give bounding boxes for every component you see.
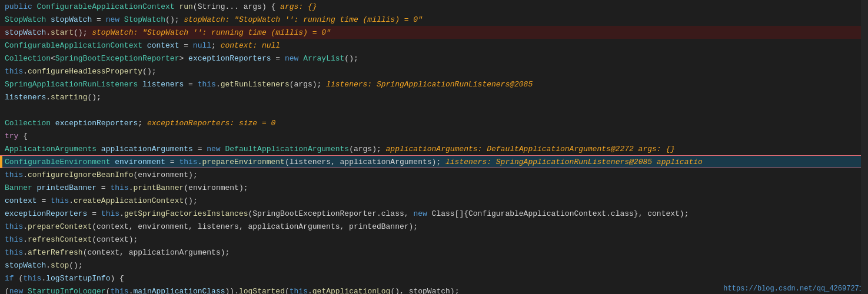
code-line — [0, 103, 868, 116]
code-token: this — [5, 67, 23, 76]
code-token: . — [198, 158, 202, 166]
code-token: new — [413, 209, 431, 218]
code-token: ApplicationArguments — [5, 145, 101, 153]
code-line: ApplicationArguments applicationArgument… — [0, 142, 868, 155]
code-token: if — [5, 274, 18, 283]
code-line: stopWatch.start(); stopWatch: "StopWatch… — [0, 26, 868, 39]
code-line: StopWatch stopWatch = new StopWatch(); s… — [0, 13, 868, 26]
code-token: args: {} — [280, 2, 317, 11]
code-token: (context); — [92, 235, 138, 244]
code-token: exceptionReporters — [55, 119, 138, 128]
code-line: exceptionReporters = this.getSpringFacto… — [0, 207, 868, 220]
code-token: StopWatch — [5, 15, 51, 24]
code-token: (); — [165, 15, 184, 24]
code-token: applicationArguments — [101, 145, 193, 153]
code-line: context = this.createApplicationContext(… — [0, 194, 868, 207]
code-token: printBanner — [133, 183, 184, 192]
code-token: ) { — [110, 274, 124, 283]
code-token: mainApplicationClass — [134, 287, 225, 295]
code-line: if (this.logStartupInfo) { — [0, 272, 868, 285]
code-token: context: null — [221, 41, 280, 50]
code-token: ( — [5, 287, 9, 295]
code-token: stopWatch — [5, 261, 46, 270]
code-token: this — [101, 209, 119, 218]
code-token: applicationArguments: DefaultApplication… — [386, 145, 675, 153]
code-token: ConfigurableEnvironment — [5, 158, 115, 166]
code-token: environment — [115, 158, 165, 166]
code-token: (); — [87, 93, 101, 102]
code-token: this — [179, 158, 197, 166]
code-token: null — [193, 41, 211, 50]
code-token: configureHeadlessProperty — [28, 67, 142, 76]
code-token: ; — [138, 119, 147, 128]
code-token: new — [9, 287, 28, 295]
breakpoint-marker — [0, 156, 2, 168]
code-token: new — [106, 15, 124, 24]
code-token: = — [87, 209, 101, 218]
code-token: SpringBootExceptionReporter — [55, 54, 179, 63]
code-token: )). — [225, 287, 239, 295]
code-token: new — [207, 145, 225, 153]
code-token: . — [23, 248, 28, 257]
code-token: ConfigurableApplicationContext — [5, 41, 147, 50]
code-token: = — [97, 183, 110, 192]
code-token: this — [5, 248, 23, 257]
code-token: stop — [51, 261, 69, 270]
code-token: ArrayList — [303, 54, 344, 63]
code-token: { — [18, 132, 28, 141]
code-token: SpringApplicationRunListeners — [5, 80, 142, 89]
code-token: prepareEnvironment — [202, 158, 285, 166]
code-editor: public ConfigurableApplicationContext ru… — [0, 0, 868, 294]
scrollbar-vertical[interactable] — [861, 0, 868, 294]
code-token: this — [5, 222, 23, 231]
code-line: this.configureHeadlessProperty(); — [0, 65, 868, 78]
code-token: (environment); — [133, 171, 197, 179]
code-token: listeners: SpringApplicationRunListeners… — [445, 158, 703, 166]
code-token: this — [23, 274, 41, 283]
code-token: . — [46, 93, 51, 102]
code-token: = — [271, 54, 285, 63]
code-token: (); — [184, 196, 197, 205]
code-token: context — [147, 41, 179, 50]
code-line: Collection<SpringBootExceptionReporter> … — [0, 52, 868, 65]
code-token: logStartupInfo — [46, 274, 110, 283]
code-line: ConfigurableApplicationContext context =… — [0, 39, 868, 52]
code-token: ( — [285, 287, 290, 295]
code-token: getApplicationLog — [312, 287, 391, 295]
code-token: this — [51, 196, 69, 205]
code-line: ConfigurableEnvironment environment = th… — [0, 155, 868, 168]
code-token: > — [179, 54, 188, 63]
code-token: . — [69, 196, 74, 205]
code-token: refreshContext — [28, 235, 92, 244]
code-token: listeners: SpringApplicationRunListeners… — [326, 80, 533, 89]
code-token: start — [51, 28, 74, 37]
code-token: = — [165, 158, 179, 166]
code-token: . — [216, 80, 221, 89]
code-token: (context, applicationArguments); — [83, 248, 230, 257]
code-token: = — [37, 196, 51, 205]
code-token: (environment); — [184, 183, 248, 192]
code-token: . — [23, 235, 28, 244]
code-token: . — [23, 222, 28, 231]
code-token: Class[]{ConfigurableApplicationContext.c… — [432, 209, 689, 218]
code-token: this — [198, 80, 216, 89]
code-token: (args); — [290, 80, 326, 89]
code-token: . — [46, 261, 51, 270]
code-line: Collection exceptionReporters; exception… — [0, 116, 868, 129]
code-token: StartupInfoLogger — [28, 287, 106, 295]
code-token: exceptionReporters — [5, 209, 87, 218]
code-token: . — [23, 171, 28, 179]
code-token: logStarted — [239, 287, 285, 295]
code-line: listeners.starting(); — [0, 91, 868, 103]
code-token: stopWatch: "StopWatch '': running time (… — [92, 28, 331, 37]
code-token: (); — [74, 28, 92, 37]
code-line: this.afterRefresh(context, applicationAr… — [0, 246, 868, 259]
code-line: Banner printedBanner = this.printBanner(… — [0, 181, 868, 194]
code-token: run — [179, 2, 192, 11]
code-token: prepareContext — [28, 222, 92, 231]
code-token: = — [193, 145, 207, 153]
code-token: configureIgnoreBeanInfo — [28, 171, 133, 179]
code-token: StopWatch — [124, 15, 165, 24]
code-line: stopWatch.stop(); — [0, 259, 868, 272]
code-token: . — [129, 287, 134, 295]
